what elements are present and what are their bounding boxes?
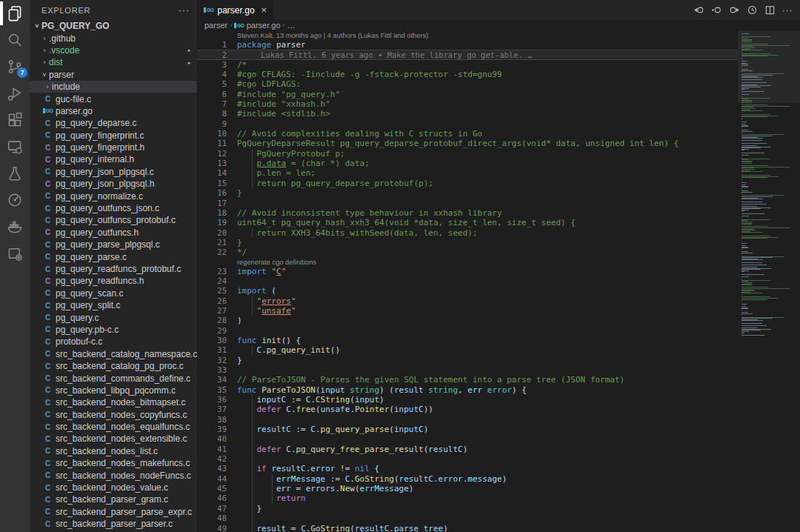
line-number: 16 — [197, 188, 227, 198]
item-label: src_backend_nodes_copyfuncs.c — [56, 410, 187, 420]
testing-icon[interactable] — [0, 160, 30, 187]
containers-icon[interactable] — [0, 240, 30, 267]
file-item-pg-query-json-plpgsql-h[interactable]: Cpg_query_json_plpgsql.h — [30, 178, 197, 190]
file-item-src-backend-libpq-pqcomm-c[interactable]: Csrc_backend_libpq_pqcomm.c — [30, 385, 197, 396]
file-item-src-backend-catalog-pg-proc-c[interactable]: Csrc_backend_catalog_pg_proc.c — [30, 360, 197, 372]
file-item-src-backend-catalog-namespace-c[interactable]: Csrc_backend_catalog_namespace.c — [30, 348, 197, 360]
item-label: src_backend_nodes_makefuncs.c — [56, 458, 190, 468]
editor-group: GO parser.go × ··· parser›GOparser.go›… … — [197, 0, 800, 532]
run-and-debug-icon[interactable] — [0, 80, 30, 107]
explorer-sidebar: EXPLORER ··· ˅ PG_QUERY_GO ›.github›.vsc… — [30, 0, 197, 532]
close-icon[interactable]: × — [261, 4, 267, 16]
sidebar-title: EXPLORER — [41, 6, 179, 15]
folder-item--github[interactable]: ›.github — [30, 32, 197, 44]
code-line-14: 14 p.len = len; — [197, 168, 738, 178]
folder-item-include[interactable]: ›include — [30, 81, 197, 93]
c-source-file-icon: C — [43, 471, 53, 479]
file-history-icon[interactable] — [745, 4, 759, 17]
file-item-pg-query-scan-c[interactable]: Cpg_query_scan.c — [30, 287, 197, 299]
minimap[interactable] — [738, 30, 800, 532]
git-modified-dot: ● — [187, 60, 190, 65]
source-control-icon[interactable]: 7 — [0, 53, 30, 80]
file-item-pg-query-readfuncs-protobuf-c[interactable]: Cpg_query_readfuncs_protobuf.c — [30, 263, 197, 275]
item-label: src_backend_nodes_value.c — [56, 482, 168, 493]
breadcrumb-item[interactable]: GOparser.go — [234, 21, 280, 30]
go-file-icon: GO — [43, 108, 53, 113]
previous-change-icon[interactable] — [692, 4, 705, 17]
file-item-pg-query-outfuncs-json-c[interactable]: Cpg_query_outfuncs_json.c — [30, 202, 197, 214]
more-actions-icon[interactable]: ··· — [781, 4, 794, 17]
file-item-pg-query-fingerprint-h[interactable]: Cpg_query_fingerprint.h — [30, 142, 197, 153]
file-item-pg-query-parse-plpgsql-c[interactable]: Cpg_query_parse_plpgsql.c — [30, 239, 197, 250]
file-item-src-backend-parser-gram-c[interactable]: Csrc_backend_parser_gram.c — [30, 493, 197, 505]
codelens[interactable]: regenerate cgo definitions — [197, 258, 738, 267]
item-label: pg_query_json_plpgsql.h — [56, 179, 154, 189]
item-label: pg_query_readfuncs_protobuf.c — [56, 264, 181, 274]
item-label: pg_query_json_plpgsql.c — [56, 167, 154, 177]
line-number: 14 — [197, 168, 227, 178]
file-item-pg-query-parse-c[interactable]: Cpg_query_parse.c — [30, 250, 197, 262]
line-number: 47 — [197, 504, 227, 513]
file-item-pg-query-pb-c-c[interactable]: Cpg_query.pb-c.c — [30, 324, 197, 336]
sidebar-more-actions-icon[interactable]: ··· — [179, 5, 190, 16]
file-item-pg-query-readfuncs-h[interactable]: Cpg_query_readfuncs.h — [30, 275, 197, 287]
codelens[interactable]: Steven Kalt, 13 months ago | 4 authors (… — [197, 31, 738, 40]
file-item-pg-query-fingerprint-c[interactable]: Cpg_query_fingerprint.c — [30, 130, 197, 142]
file-item-src-backend-nodes-value-c[interactable]: Csrc_backend_nodes_value.c — [30, 482, 197, 493]
file-item-src-backend-nodes-extensible-c[interactable]: Csrc_backend_nodes_extensible.c — [30, 433, 197, 445]
file-item-pg-query-normalize-c[interactable]: Cpg_query_normalize.c — [30, 190, 197, 202]
folder-item-parser[interactable]: ˅parser — [30, 69, 197, 81]
file-item-src-backend-nodes-nodefuncs-c[interactable]: Csrc_backend_nodes_nodeFuncs.c — [30, 469, 197, 481]
file-item-pg-query-outfuncs-protobuf-c[interactable]: Cpg_query_outfuncs_protobuf.c — [30, 214, 197, 226]
tree-root-pg-query-go[interactable]: ˅ PG_QUERY_GO — [30, 20, 197, 32]
sidebar-header: EXPLORER ··· — [30, 0, 197, 20]
breadcrumb-item[interactable]: … — [287, 21, 296, 30]
file-item-src-backend-parser-parser-c[interactable]: Csrc_backend_parser_parser.c — [30, 518, 197, 530]
indent-guide — [252, 296, 253, 306]
item-label: src_backend_parser_gram.c — [56, 494, 168, 505]
c-source-file-icon: C — [43, 241, 53, 249]
item-label: pg_query.c — [56, 313, 99, 323]
file-item-guc-file-c[interactable]: Cguc-file.c — [30, 93, 197, 104]
docker-icon[interactable] — [0, 213, 30, 240]
breadcrumb-item[interactable]: parser — [204, 21, 227, 30]
file-item-src-backend-nodes-copyfuncs-c[interactable]: Csrc_backend_nodes_copyfuncs.c — [30, 409, 197, 421]
folder-item--vscode[interactable]: ›.vscode● — [30, 44, 197, 56]
next-change-icon[interactable] — [727, 4, 741, 17]
item-label: pg_query_scan.c — [56, 288, 123, 299]
gitlens-icon[interactable] — [0, 187, 30, 213]
file-item-src-backend-nodes-equalfuncs-c[interactable]: Csrc_backend_nodes_equalfuncs.c — [30, 421, 197, 433]
search-icon[interactable] — [0, 27, 30, 53]
tab-parser-go[interactable]: GO parser.go × — [197, 0, 273, 20]
item-label: dist — [49, 57, 63, 67]
file-item-pg-query-deparse-c[interactable]: Cpg_query_deparse.c — [30, 117, 197, 129]
file-item-pg-query-outfuncs-h[interactable]: Cpg_query_outfuncs.h — [30, 227, 197, 239]
file-item-src-backend-parser-parse-expr-c[interactable]: Csrc_backend_parser_parse_expr.c — [30, 506, 197, 518]
indent-guide — [252, 484, 253, 493]
file-item-protobuf-c-c[interactable]: Cprotobuf-c.c — [30, 336, 197, 348]
file-item-src-backend-commands-define-c[interactable]: Csrc_backend_commands_define.c — [30, 372, 197, 384]
item-label: src_backend_catalog_namespace.c — [56, 349, 197, 359]
file-item-pg-query-internal-h[interactable]: Cpg_query_internal.h — [30, 153, 197, 165]
file-item-pg-query-split-c[interactable]: Cpg_query_split.c — [30, 299, 197, 311]
code-line-33: 33 — [197, 365, 738, 375]
line-number: 12 — [197, 149, 227, 159]
file-item-pg-query-json-plpgsql-c[interactable]: Cpg_query_json_plpgsql.c — [30, 166, 197, 178]
file-item-src-backend-nodes-makefuncs-c[interactable]: Csrc_backend_nodes_makefuncs.c — [30, 457, 197, 469]
extensions-icon[interactable] — [0, 107, 30, 133]
item-label: pg_query_outfuncs_protobuf.c — [56, 215, 176, 225]
item-label: pg_query_fingerprint.h — [56, 142, 144, 153]
file-item-parser-go[interactable]: GOparser.go — [30, 105, 197, 117]
folder-item-dist[interactable]: ›dist● — [30, 56, 197, 68]
file-item-src-backend-nodes-list-c[interactable]: Csrc_backend_nodes_list.c — [30, 445, 197, 457]
explorer-icon[interactable] — [0, 0, 30, 27]
remote-explorer-icon[interactable] — [0, 133, 30, 160]
indent-guide — [252, 405, 253, 414]
file-item-src-backend-nodes-bitmapset-c[interactable]: Csrc_backend_nodes_bitmapset.c — [30, 396, 197, 408]
code-editor[interactable]: Steven Kalt, 13 months ago | 4 authors (… — [197, 30, 800, 532]
split-editor-icon[interactable] — [763, 4, 776, 17]
open-changes-icon[interactable] — [710, 4, 723, 17]
code-content: Steven Kalt, 13 months ago | 4 authors (… — [197, 31, 738, 532]
line-number: 33 — [197, 365, 227, 375]
file-item-pg-query-c[interactable]: Cpg_query.c — [30, 311, 197, 323]
